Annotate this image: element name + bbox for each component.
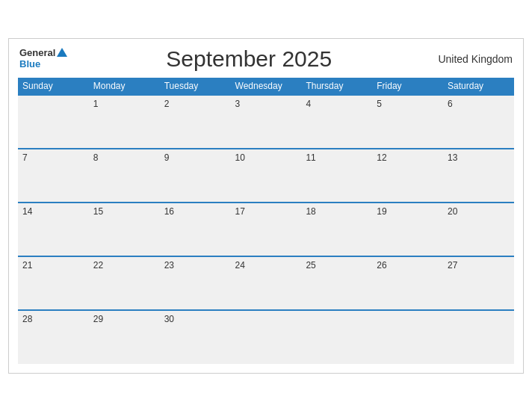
day-cell-23: 23	[160, 256, 231, 310]
day-cell-3: 3	[231, 95, 302, 149]
day-number: 24	[235, 260, 297, 271]
calendar-region: United Kingdom	[430, 53, 513, 65]
day-number: 12	[377, 152, 439, 163]
day-cell-22: 22	[89, 256, 160, 310]
day-number: 20	[448, 206, 510, 217]
day-number: 5	[377, 99, 439, 109]
logo: General Blue	[19, 48, 67, 69]
day-cell-25: 25	[301, 256, 372, 310]
logo-blue-text: Blue	[19, 59, 67, 69]
day-cell-8: 8	[89, 149, 160, 203]
day-number: 29	[93, 314, 155, 324]
day-number: 3	[235, 99, 297, 109]
day-header-tuesday: Tuesday	[160, 78, 231, 95]
day-cell-19: 19	[372, 203, 443, 256]
day-number: 4	[306, 99, 368, 109]
logo-triangle-icon	[57, 48, 67, 57]
day-number: 23	[164, 260, 226, 271]
empty-cell	[18, 95, 89, 149]
day-number: 21	[22, 260, 84, 271]
day-cell-20: 20	[443, 203, 514, 256]
day-header-sunday: Sunday	[18, 78, 89, 95]
day-cell-4: 4	[301, 95, 372, 149]
day-cell-2: 2	[160, 95, 231, 149]
day-header-wednesday: Wednesday	[231, 78, 302, 95]
calendar: General Blue September 2025 United Kingd…	[8, 38, 524, 374]
day-number: 15	[93, 206, 155, 217]
day-cell-28: 28	[18, 310, 89, 364]
day-cell-7: 7	[18, 149, 89, 203]
day-cell-6: 6	[443, 95, 514, 149]
day-cell-29: 29	[89, 310, 160, 364]
day-number: 28	[22, 314, 84, 324]
day-cell-11: 11	[301, 149, 372, 203]
day-number: 25	[306, 260, 368, 271]
week-row-2: 14151617181920	[18, 203, 514, 256]
day-number: 14	[22, 206, 84, 217]
day-header-friday: Friday	[372, 78, 443, 95]
day-header-row: SundayMondayTuesdayWednesdayThursdayFrid…	[18, 78, 514, 95]
day-cell-17: 17	[231, 203, 302, 256]
day-number: 18	[306, 206, 368, 217]
day-number: 17	[235, 206, 297, 217]
day-number: 13	[448, 152, 510, 163]
day-number: 9	[164, 152, 226, 163]
day-cell-5: 5	[372, 95, 443, 149]
calendar-header: General Blue September 2025 United Kingd…	[18, 46, 514, 72]
empty-cell	[301, 310, 372, 364]
week-row-4: 282930	[18, 310, 514, 364]
day-cell-16: 16	[160, 203, 231, 256]
empty-cell	[372, 310, 443, 364]
day-number: 8	[93, 152, 155, 163]
day-number: 11	[306, 152, 368, 163]
day-cell-9: 9	[160, 149, 231, 203]
day-number: 10	[235, 152, 297, 163]
day-cell-26: 26	[372, 256, 443, 310]
day-header-saturday: Saturday	[443, 78, 514, 95]
day-header-monday: Monday	[89, 78, 160, 95]
day-cell-14: 14	[18, 203, 89, 256]
day-cell-27: 27	[443, 256, 514, 310]
day-cell-10: 10	[231, 149, 302, 203]
empty-cell	[231, 310, 302, 364]
day-number: 7	[22, 152, 84, 163]
logo-general-text: General	[19, 48, 55, 58]
week-row-0: 123456	[18, 95, 514, 149]
calendar-table: SundayMondayTuesdayWednesdayThursdayFrid…	[18, 78, 514, 364]
empty-cell	[443, 310, 514, 364]
day-cell-21: 21	[18, 256, 89, 310]
day-number: 2	[164, 99, 226, 109]
day-number: 26	[377, 260, 439, 271]
calendar-title: September 2025	[67, 46, 430, 72]
day-number: 16	[164, 206, 226, 217]
day-cell-15: 15	[89, 203, 160, 256]
week-row-3: 21222324252627	[18, 256, 514, 310]
day-number: 19	[377, 206, 439, 217]
day-cell-13: 13	[443, 149, 514, 203]
day-number: 22	[93, 260, 155, 271]
day-number: 27	[448, 260, 510, 271]
day-cell-18: 18	[301, 203, 372, 256]
day-number: 1	[93, 99, 155, 109]
day-header-thursday: Thursday	[301, 78, 372, 95]
week-row-1: 78910111213	[18, 149, 514, 203]
day-cell-24: 24	[231, 256, 302, 310]
day-cell-30: 30	[160, 310, 231, 364]
day-number: 30	[164, 314, 226, 324]
day-cell-1: 1	[89, 95, 160, 149]
day-cell-12: 12	[372, 149, 443, 203]
day-number: 6	[448, 99, 510, 109]
